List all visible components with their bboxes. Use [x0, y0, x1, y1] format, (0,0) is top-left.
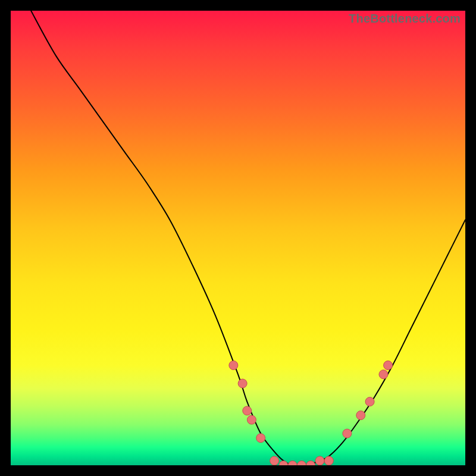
data-point-p14: [356, 411, 365, 419]
data-point-p13: [343, 429, 352, 438]
data-point-p6: [270, 456, 279, 465]
bottleneck-curve: [11, 11, 465, 465]
data-point-p11: [315, 456, 324, 465]
plot-area: TheBottleneck.com: [11, 11, 465, 465]
data-point-p4: [247, 415, 256, 424]
data-point-p17: [384, 361, 393, 369]
data-point-p7: [279, 461, 288, 466]
data-point-p12: [324, 456, 333, 465]
data-points: [229, 361, 393, 465]
data-point-p5: [256, 434, 265, 443]
data-point-p16: [379, 370, 388, 379]
data-point-p1: [229, 361, 238, 369]
data-point-p15: [365, 397, 374, 406]
data-point-p9: [297, 461, 306, 466]
chart-container: TheBottleneck.com: [0, 0, 476, 476]
data-point-p2: [238, 379, 247, 388]
chart-svg: [11, 11, 465, 465]
data-point-p3: [243, 406, 252, 415]
data-point-p8: [288, 461, 297, 466]
data-point-p10: [306, 461, 315, 466]
watermark-text: TheBottleneck.com: [349, 12, 461, 26]
